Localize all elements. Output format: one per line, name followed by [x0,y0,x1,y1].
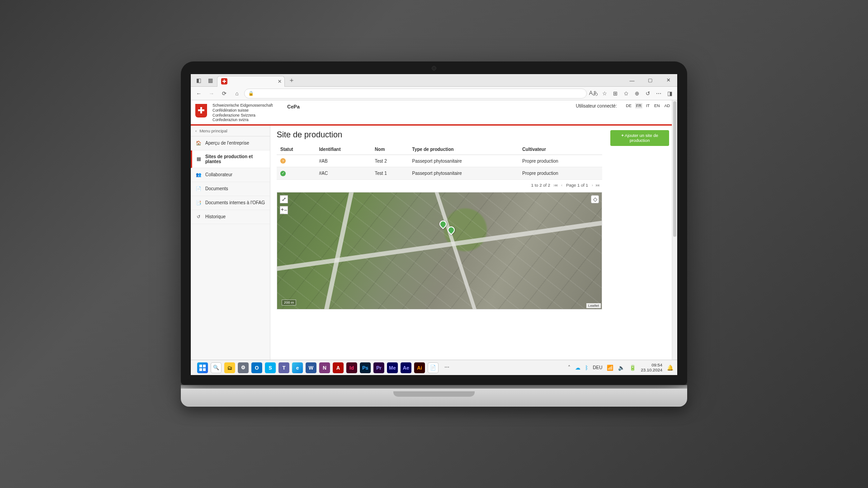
lang-ad[interactable]: AD [663,103,671,108]
address-bar[interactable]: 🔒 [244,89,587,99]
production-sites-table: Statut Identifiant Nom Type de productio… [277,144,602,180]
map-zoom-out-button[interactable]: − [284,206,287,214]
skype-icon[interactable]: S [265,362,276,373]
add-production-site-button[interactable]: +Ajouter un site de production [610,130,669,146]
onedrive-icon[interactable]: ☁ [575,365,580,371]
window-close-button[interactable]: ✕ [659,74,677,86]
chevron-left-icon: ‹ [195,128,197,133]
nav-back-button[interactable]: ← [193,88,204,99]
tab-overview-icon[interactable]: ▦ [205,75,215,85]
browser-tab[interactable]: ✕ [217,76,285,87]
tray-chevron-icon[interactable]: ˄ [568,365,571,371]
acrobat-icon[interactable]: A [333,362,344,373]
notifications-icon[interactable]: 🔔 [667,365,674,371]
sidebar-item-history[interactable]: ↺ Historique [191,210,270,224]
map-scale: 200 m [282,300,296,305]
menu-back[interactable]: ‹ Menu principal [191,126,270,136]
home-button[interactable]: ⌂ [231,88,242,99]
volume-icon[interactable]: 🔈 [618,365,625,371]
nav-forward-button[interactable]: → [206,88,217,99]
keyboard-language[interactable]: DEU [593,365,602,370]
premiere-icon[interactable]: Pr [373,362,384,373]
lang-fr[interactable]: FR [635,103,642,108]
notepad-icon[interactable]: 📄 [428,362,439,373]
onenote-icon[interactable]: N [319,362,330,373]
sidebar-item-documents[interactable]: 📄 Documents [191,182,270,196]
pager-next-icon[interactable]: › [592,183,593,188]
sidebar-item-internal-documents[interactable]: 📑 Documents internes à l'OFAG [191,196,270,210]
illustrator-icon[interactable]: Ai [414,362,425,373]
outlook-icon[interactable]: O [251,362,262,373]
sidebar-item-overview[interactable]: 🏠 Aperçu de l'entreprise [191,136,270,150]
pager-page-label: Page 1 of 1 [566,183,588,188]
map-layers-button[interactable]: ◇ [591,195,599,203]
window-maximize-button[interactable]: ▢ [641,74,659,86]
search-button[interactable]: 🔍 [211,362,222,373]
lang-en[interactable]: EN [653,103,661,108]
svg-rect-2 [199,368,202,371]
reload-button[interactable]: ⟳ [219,88,230,99]
col-grower[interactable]: Cultivateur [519,144,602,155]
system-tray: ˄ ☁ ᛒ DEU 📶 🔈 🔋 09:54 23.10.2024 🔔 [568,363,674,372]
documents-lock-icon: 📑 [195,200,202,206]
tab-close-icon[interactable]: ✕ [278,79,282,84]
photoshop-icon[interactable]: Ps [360,362,371,373]
favorites-bar-icon[interactable]: ✩ [621,89,631,99]
col-status[interactable]: Statut [277,144,316,155]
window-controls: — ▢ ✕ [623,74,677,86]
svg-rect-0 [199,365,202,367]
tab-actions-icon[interactable]: ◧ [193,75,203,85]
after-effects-icon[interactable]: Ae [401,362,411,373]
pager-summary: 1 to 2 of 2 [531,183,550,188]
favorite-icon[interactable]: ☆ [599,89,609,99]
new-tab-button[interactable]: ＋ [287,75,297,85]
browser-toolbar: ← → ⟳ ⌂ 🔒 Aあ ☆ ⊞ ✩ ⊕ ↺ ⋯ ◨ [191,87,677,100]
table-row[interactable]: ✓ #AC Test 1 Passeport phytosanitaire Pr… [277,167,602,180]
swiss-shield-icon [195,104,207,117]
map-zoom-control: + − [280,206,288,214]
app-header: Schweizerische Eidgenossenschaft Confédé… [191,100,677,124]
indesign-icon[interactable]: Id [346,362,357,373]
map[interactable]: ⤢ + − ◇ 200 m Leaflet [277,192,602,310]
wifi-icon[interactable]: 📶 [607,365,613,371]
teams-icon[interactable]: T [278,362,289,373]
col-name[interactable]: Nom [371,144,409,155]
extensions-icon[interactable]: ⊞ [610,89,620,99]
lock-icon: 🔒 [248,91,254,96]
media-encoder-icon[interactable]: Me [387,362,398,373]
documents-icon: 📄 [195,186,202,192]
col-production-type[interactable]: Type de production [409,144,519,155]
bluetooth-icon[interactable]: ᛒ [585,365,588,371]
word-icon[interactable]: W [306,362,316,373]
main-content: Site de production Statut Identifiant No… [270,126,677,360]
pager: 1 to 2 of 2 ⏮ ‹ Page 1 of 1 › ⏭ [277,180,602,192]
pager-first-icon[interactable]: ⏮ [554,183,558,188]
lang-it[interactable]: IT [645,103,651,108]
collections-icon[interactable]: ⊕ [632,89,642,99]
edge-icon[interactable]: e [292,362,303,373]
taskbar-overflow-icon[interactable]: ⋯ [441,362,452,373]
battery-icon[interactable]: 🔋 [629,365,636,371]
table-row[interactable]: ? #AB Test 2 Passeport phytosanitaire Pr… [277,155,602,167]
history-icon[interactable]: ↺ [643,89,653,99]
file-explorer-icon[interactable]: 🗂 [224,362,235,373]
laptop-mockup: ◧ ▦ ✕ ＋ — ▢ ✕ ← → [181,61,687,407]
settings-icon[interactable]: ⚙ [238,362,249,373]
sidebar-toggle-icon[interactable]: ◨ [665,89,675,99]
pager-last-icon[interactable]: ⏭ [596,183,600,188]
pager-prev-icon[interactable]: ‹ [561,183,562,188]
lang-de[interactable]: DE [625,103,632,108]
window-minimize-button[interactable]: — [623,74,641,86]
swiss-favicon-icon [221,78,227,84]
plus-icon: + [621,133,624,138]
webcam-dot [432,66,436,70]
more-icon[interactable]: ⋯ [654,89,664,99]
sidebar-item-collaborator[interactable]: 👥 Collaborateur [191,168,270,182]
clock[interactable]: 09:54 23.10.2024 [641,363,662,372]
map-zoom-in-button[interactable]: + [281,206,284,214]
read-aloud-icon[interactable]: Aあ [589,89,599,99]
map-fullscreen-button[interactable]: ⤢ [280,195,288,203]
col-identifier[interactable]: Identifiant [316,144,371,155]
start-button[interactable] [197,362,208,373]
sidebar-item-production-sites[interactable]: ▤ Sites de production et plantes [191,150,270,168]
